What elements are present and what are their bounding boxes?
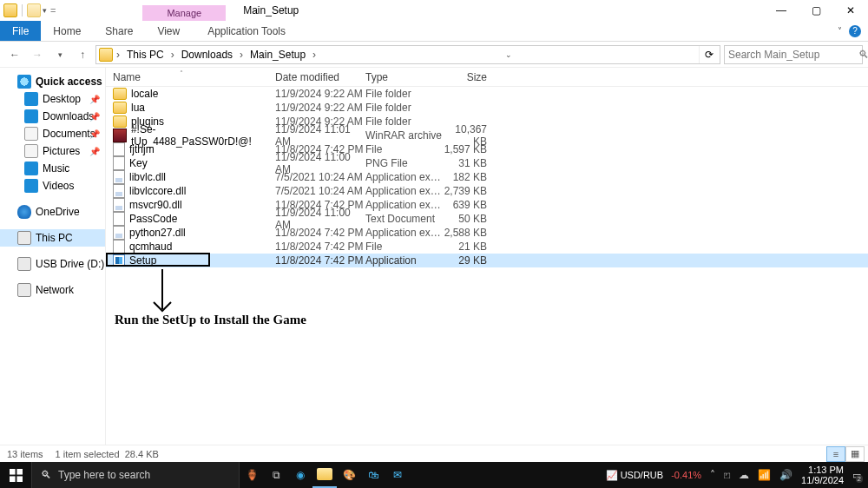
nav-history-dropdown[interactable]: ▾ [50, 45, 69, 64]
tab-application-tools[interactable]: Application Tools [192, 21, 301, 41]
sidebar-usb-drive[interactable]: USB Drive (D:) [0, 255, 105, 273]
address-dropdown-icon[interactable]: ⌄ [502, 50, 516, 59]
breadcrumb-downloads[interactable]: Downloads [178, 49, 236, 61]
tab-home[interactable]: Home [41, 21, 93, 41]
file-type: Application exten... [365, 185, 444, 197]
file-size: 29 KB [444, 254, 492, 267]
start-button[interactable] [0, 462, 31, 488]
file-type: File [365, 143, 444, 155]
taskbar-pinned-icon[interactable]: 🏺 [240, 462, 264, 488]
taskbar-search[interactable]: 🔍︎ Type here to search [31, 462, 240, 488]
file-tab[interactable]: File [0, 21, 41, 41]
file-date: 11/8/2024 7:42 PM [275, 241, 365, 253]
file-type: File [365, 241, 444, 253]
sidebar-this-pc[interactable]: This PC [0, 229, 105, 247]
sidebar-item-pictures[interactable]: Pictures📌 [0, 142, 105, 160]
file-name: Key [129, 157, 148, 169]
taskbar-store-icon[interactable]: 🛍 [361, 462, 385, 488]
file-row[interactable]: libvlccore.dll7/5/2021 10:24 AMApplicati… [106, 184, 868, 198]
sidebar-quick-access[interactable]: Quick access [0, 73, 105, 90]
file-dll-icon [113, 184, 125, 198]
search-input[interactable] [728, 49, 858, 61]
nav-back-button[interactable]: ← [5, 45, 24, 64]
sidebar-item-documents[interactable]: Documents📌 [0, 125, 105, 142]
file-name: msvcr90.dll [129, 199, 182, 211]
file-name: Setup [129, 254, 156, 267]
nav-up-button[interactable]: ↑ [73, 45, 92, 64]
file-row[interactable]: PassCode11/9/2024 11:00 AMText Document5… [106, 212, 868, 226]
status-bar: 13 items 1 item selected 28.4 KB ≡ ▦ [0, 445, 868, 462]
network-icon [17, 283, 31, 297]
nav-pane: Quick access Desktop📌 Downloads📌 Documen… [0, 68, 106, 445]
column-type[interactable]: Type [365, 71, 444, 83]
sidebar-item-videos[interactable]: Videos [0, 177, 105, 195]
search-icon: 🔍︎ [41, 469, 51, 481]
close-button[interactable]: ✕ [833, 0, 868, 21]
task-view-button[interactable]: ⧉ [264, 462, 288, 488]
music-icon [24, 162, 38, 175]
file-row[interactable]: libvlc.dll7/5/2021 10:24 AMApplication e… [106, 170, 868, 184]
file-row[interactable]: lua11/9/2024 9:22 AMFile folder [106, 101, 868, 115]
sidebar-item-music[interactable]: Music [0, 160, 105, 177]
file-type: File folder [365, 115, 444, 128]
tray-wifi-icon[interactable]: 📶 [758, 469, 771, 481]
file-row[interactable]: msvcr90.dll11/8/2024 7:42 PMApplication … [106, 198, 868, 212]
qat-dropdown-icon[interactable]: ▾ [43, 6, 47, 15]
file-row[interactable]: fjthjm11/8/2024 7:42 PMFile1,597 KB [106, 142, 868, 156]
taskbar-explorer-icon[interactable] [312, 462, 337, 488]
file-folder-icon [113, 102, 127, 114]
nav-forward-button[interactable]: → [28, 45, 47, 64]
minimize-button[interactable]: — [764, 0, 799, 21]
file-row[interactable]: python27.dll11/8/2024 7:42 PMApplication… [106, 226, 868, 240]
file-png-icon [113, 156, 125, 170]
help-icon[interactable]: ? [849, 25, 861, 37]
sidebar-onedrive[interactable]: OneDrive [0, 203, 105, 221]
annotation-text: Run the SetUp to Install the Game [115, 313, 306, 327]
file-name: python27.dll [129, 227, 186, 239]
tray-overflow-icon[interactable]: ˄ [710, 469, 715, 481]
sidebar-network[interactable]: Network [0, 281, 105, 299]
file-row[interactable]: locale11/9/2024 9:22 AMFile folder [106, 87, 868, 101]
column-size[interactable]: Size [444, 71, 492, 83]
tray-clock[interactable]: 1:13 PM 11/9/2024 [801, 465, 844, 485]
column-name[interactable]: Name˄ [106, 71, 275, 83]
column-date[interactable]: Date modified [275, 71, 365, 83]
tab-share[interactable]: Share [93, 21, 145, 41]
tray-notifications-icon[interactable]: ▭2 [852, 470, 861, 481]
status-selection: 1 item selected 28.4 KB [56, 449, 159, 459]
file-date: 11/9/2024 9:22 AM [275, 102, 365, 114]
search-box[interactable]: 🔍︎ [724, 45, 863, 64]
file-size: 21 KB [444, 241, 492, 253]
sidebar-item-desktop[interactable]: Desktop📌 [0, 90, 105, 108]
ribbon-collapse-icon[interactable]: ˅ [838, 26, 842, 36]
address-bar[interactable]: This PC Downloads Main_Setup ⌄ ⟳ [95, 45, 720, 64]
file-row[interactable]: qcmhaud11/8/2024 7:42 PMFile21 KB [106, 240, 868, 254]
sidebar-item-label: Videos [43, 180, 74, 192]
sort-asc-icon: ˄ [180, 69, 183, 77]
refresh-button[interactable]: ⟳ [699, 46, 720, 63]
tray-meet-now-icon[interactable]: ⏍ [724, 469, 730, 481]
taskbar-app-icon[interactable]: 🎨 [337, 462, 361, 488]
file-type: File folder [365, 88, 444, 100]
qat-open-icon[interactable] [27, 3, 41, 17]
sidebar-item-downloads[interactable]: Downloads📌 [0, 108, 105, 125]
tray-volume-icon[interactable]: 🔊 [779, 469, 792, 481]
file-row[interactable]: #!Se-tUp_4488_PaSSW0rD!@!11/9/2024 11:01… [106, 129, 868, 142]
taskbar-mail-icon[interactable]: ✉ [385, 462, 410, 488]
pin-icon: 📌 [89, 129, 100, 139]
tray-onedrive-icon[interactable]: ☁ [739, 469, 749, 481]
tab-view[interactable]: View [145, 21, 192, 41]
breadcrumb-main-setup[interactable]: Main_Setup [247, 49, 309, 61]
sidebar-item-label: Desktop [43, 93, 81, 105]
videos-icon [24, 179, 38, 193]
file-date: 7/5/2021 10:24 AM [275, 171, 365, 183]
tray-currency-widget[interactable]: 📈USD/RUB -0.41% [606, 470, 701, 481]
view-details-button[interactable]: ≡ [826, 446, 845, 462]
breadcrumb-this-pc[interactable]: This PC [123, 49, 168, 61]
view-large-icons-button[interactable]: ▦ [845, 446, 865, 462]
svg-rect-4 [16, 476, 23, 482]
file-row[interactable]: Key11/9/2024 11:00 AMPNG File31 KB [106, 156, 868, 170]
maximize-button[interactable]: ▢ [799, 0, 833, 21]
taskbar-edge-icon[interactable]: ◉ [288, 462, 312, 488]
file-row[interactable]: Setup11/8/2024 7:42 PMApplication29 KB [106, 254, 868, 267]
